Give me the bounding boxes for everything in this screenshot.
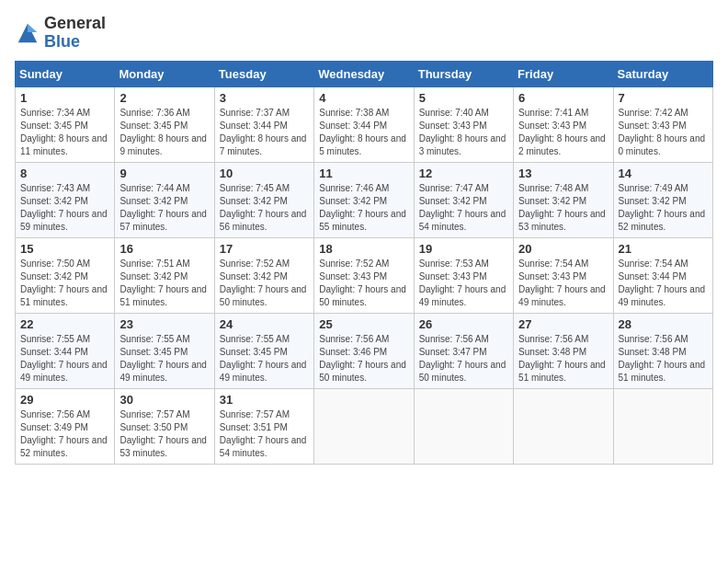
day-number: 10 — [220, 167, 309, 180]
day-info: Sunrise: 7:54 AM Sunset: 3:43 PM Dayligh… — [518, 258, 608, 309]
sunset-label: Sunset: 3:44 PM — [619, 271, 687, 282]
sunset-label: Sunset: 3:42 PM — [20, 271, 88, 282]
sunrise-label: Sunrise: 7:49 AM — [619, 183, 688, 193]
header: General Blue — [15, 15, 713, 52]
calendar-day-cell: 6 Sunrise: 7:41 AM Sunset: 3:43 PM Dayli… — [514, 86, 613, 162]
sunset-label: Sunset: 3:42 PM — [518, 196, 586, 206]
day-number: 4 — [319, 91, 408, 105]
sunrise-label: Sunrise: 7:56 AM — [518, 334, 588, 344]
calendar-day-cell: 3 Sunrise: 7:37 AM Sunset: 3:44 PM Dayli… — [214, 86, 313, 162]
calendar-day-cell: 16 Sunrise: 7:51 AM Sunset: 3:42 PM Dayl… — [115, 237, 214, 313]
calendar-day-cell: 11 Sunrise: 7:46 AM Sunset: 3:42 PM Dayl… — [314, 162, 414, 237]
sunrise-label: Sunrise: 7:57 AM — [220, 409, 290, 419]
sunrise-label: Sunrise: 7:55 AM — [220, 334, 290, 344]
sunset-label: Sunset: 3:43 PM — [319, 271, 387, 282]
day-info: Sunrise: 7:55 AM Sunset: 3:44 PM Dayligh… — [20, 333, 109, 385]
daylight-label: Daylight: 7 hours and 49 minutes. — [220, 360, 307, 383]
weekday-header-cell: Sunday — [16, 61, 115, 86]
calendar-day-cell: 8 Sunrise: 7:43 AM Sunset: 3:42 PM Dayli… — [16, 162, 115, 237]
sunrise-label: Sunrise: 7:51 AM — [119, 259, 189, 269]
calendar-day-cell: 1 Sunrise: 7:34 AM Sunset: 3:45 PM Dayli… — [16, 86, 115, 162]
day-number: 9 — [119, 167, 209, 180]
day-number: 26 — [419, 317, 508, 331]
sunset-label: Sunset: 3:42 PM — [119, 196, 188, 206]
day-number: 13 — [518, 167, 608, 180]
logo-text: General Blue — [44, 15, 106, 52]
sunset-label: Sunset: 3:50 PM — [119, 422, 188, 432]
day-number: 22 — [20, 317, 109, 331]
calendar-day-cell: 18 Sunrise: 7:52 AM Sunset: 3:43 PM Dayl… — [314, 237, 414, 313]
daylight-label: Daylight: 7 hours and 54 minutes. — [419, 209, 506, 232]
logo: General Blue — [15, 15, 106, 52]
day-info: Sunrise: 7:52 AM Sunset: 3:43 PM Dayligh… — [319, 258, 408, 309]
calendar-day-cell: 28 Sunrise: 7:56 AM Sunset: 3:48 PM Dayl… — [613, 313, 712, 388]
daylight-label: Daylight: 7 hours and 54 minutes. — [220, 435, 307, 458]
calendar-day-cell: 15 Sunrise: 7:50 AM Sunset: 3:42 PM Dayl… — [16, 237, 115, 313]
day-number: 1 — [20, 91, 109, 105]
day-info: Sunrise: 7:55 AM Sunset: 3:45 PM Dayligh… — [220, 333, 309, 385]
day-number: 30 — [119, 393, 209, 407]
daylight-label: Daylight: 7 hours and 56 minutes. — [220, 209, 307, 232]
sunrise-label: Sunrise: 7:38 AM — [319, 108, 389, 118]
day-info: Sunrise: 7:40 AM Sunset: 3:43 PM Dayligh… — [419, 107, 508, 158]
sunrise-label: Sunrise: 7:56 AM — [619, 334, 688, 344]
day-info: Sunrise: 7:56 AM Sunset: 3:48 PM Dayligh… — [619, 333, 708, 385]
weekday-header-cell: Tuesday — [214, 61, 313, 86]
calendar-day-cell — [514, 388, 613, 464]
calendar-day-cell: 26 Sunrise: 7:56 AM Sunset: 3:47 PM Dayl… — [414, 313, 513, 388]
day-info: Sunrise: 7:57 AM Sunset: 3:50 PM Dayligh… — [119, 408, 209, 460]
sunrise-label: Sunrise: 7:47 AM — [419, 183, 489, 193]
sunrise-label: Sunrise: 7:40 AM — [419, 108, 489, 118]
sunset-label: Sunset: 3:42 PM — [20, 196, 88, 206]
day-number: 31 — [220, 393, 309, 407]
sunrise-label: Sunrise: 7:34 AM — [20, 108, 90, 118]
calendar-week-row: 1 Sunrise: 7:34 AM Sunset: 3:45 PM Dayli… — [16, 86, 713, 162]
calendar-day-cell: 24 Sunrise: 7:55 AM Sunset: 3:45 PM Dayl… — [214, 313, 313, 388]
day-number: 21 — [619, 242, 708, 256]
sunrise-label: Sunrise: 7:53 AM — [419, 259, 489, 269]
calendar-day-cell: 14 Sunrise: 7:49 AM Sunset: 3:42 PM Dayl… — [613, 162, 712, 237]
weekday-header-row: SundayMondayTuesdayWednesdayThursdayFrid… — [16, 61, 713, 86]
sunrise-label: Sunrise: 7:37 AM — [220, 108, 290, 118]
sunrise-label: Sunrise: 7:52 AM — [220, 259, 290, 269]
daylight-label: Daylight: 7 hours and 51 minutes. — [20, 284, 108, 307]
day-number: 6 — [518, 91, 608, 105]
sunset-label: Sunset: 3:43 PM — [518, 121, 586, 131]
logo-blue: Blue — [44, 32, 80, 51]
calendar-day-cell: 23 Sunrise: 7:55 AM Sunset: 3:45 PM Dayl… — [115, 313, 214, 388]
weekday-header-cell: Monday — [115, 61, 214, 86]
sunrise-label: Sunrise: 7:57 AM — [119, 409, 189, 419]
day-number: 7 — [619, 91, 708, 105]
sunrise-label: Sunrise: 7:54 AM — [518, 259, 588, 269]
sunrise-label: Sunrise: 7:45 AM — [220, 183, 290, 193]
daylight-label: Daylight: 7 hours and 53 minutes. — [518, 209, 606, 232]
sunrise-label: Sunrise: 7:46 AM — [319, 183, 389, 193]
day-number: 23 — [119, 317, 209, 331]
daylight-label: Daylight: 7 hours and 50 minutes. — [319, 360, 406, 383]
day-number: 2 — [119, 91, 209, 105]
sunrise-label: Sunrise: 7:55 AM — [119, 334, 189, 344]
daylight-label: Daylight: 7 hours and 49 minutes. — [419, 284, 506, 307]
daylight-label: Daylight: 7 hours and 49 minutes. — [119, 360, 207, 383]
daylight-label: Daylight: 7 hours and 49 minutes. — [20, 360, 108, 383]
daylight-label: Daylight: 7 hours and 52 minutes. — [619, 209, 706, 232]
daylight-label: Daylight: 7 hours and 49 minutes. — [518, 284, 606, 307]
daylight-label: Daylight: 7 hours and 50 minutes. — [419, 360, 506, 383]
day-info: Sunrise: 7:38 AM Sunset: 3:44 PM Dayligh… — [319, 107, 408, 158]
calendar-day-cell — [314, 388, 414, 464]
sunset-label: Sunset: 3:44 PM — [319, 121, 387, 131]
calendar-table: SundayMondayTuesdayWednesdayThursdayFrid… — [15, 61, 713, 465]
calendar-week-row: 29 Sunrise: 7:56 AM Sunset: 3:49 PM Dayl… — [16, 388, 713, 464]
sunrise-label: Sunrise: 7:52 AM — [319, 259, 389, 269]
calendar-day-cell: 19 Sunrise: 7:53 AM Sunset: 3:43 PM Dayl… — [414, 237, 513, 313]
day-number: 12 — [419, 167, 508, 180]
day-info: Sunrise: 7:50 AM Sunset: 3:42 PM Dayligh… — [20, 258, 109, 309]
day-info: Sunrise: 7:49 AM Sunset: 3:42 PM Dayligh… — [619, 182, 708, 234]
day-info: Sunrise: 7:56 AM Sunset: 3:47 PM Dayligh… — [419, 333, 508, 385]
sunset-label: Sunset: 3:43 PM — [419, 271, 487, 282]
calendar-day-cell: 2 Sunrise: 7:36 AM Sunset: 3:45 PM Dayli… — [115, 86, 214, 162]
day-info: Sunrise: 7:55 AM Sunset: 3:45 PM Dayligh… — [119, 333, 209, 385]
sunset-label: Sunset: 3:42 PM — [319, 196, 387, 206]
sunrise-label: Sunrise: 7:44 AM — [119, 183, 189, 193]
daylight-label: Daylight: 7 hours and 55 minutes. — [319, 209, 406, 232]
